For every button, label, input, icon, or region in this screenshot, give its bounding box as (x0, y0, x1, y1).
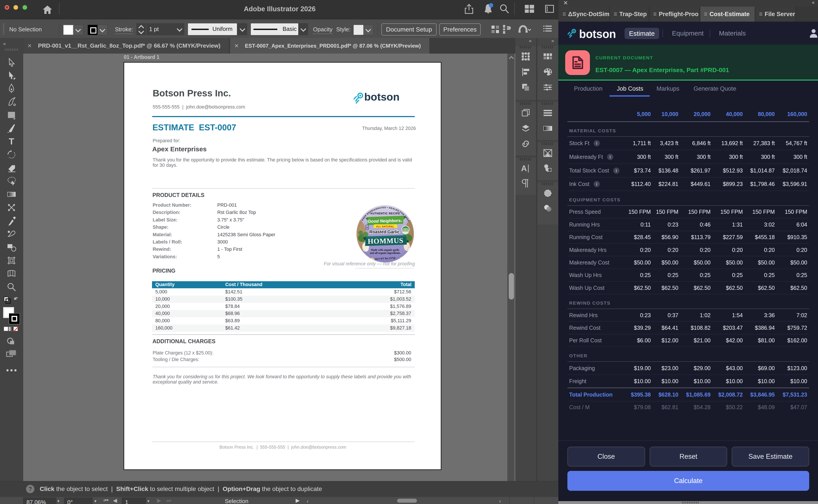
svg-text:M: M (366, 226, 368, 229)
svg-text:and all organic ingredients.: and all organic ingredients. (370, 251, 401, 255)
svg-text:Made with organic garlic: Made with organic garlic (371, 248, 400, 251)
svg-text:HOMMUS: HOMMUS (368, 236, 403, 245)
svg-text:Roasted Garlic: Roasted Garlic (369, 229, 400, 234)
svg-text:A: A (521, 164, 527, 173)
svg-text:ALL NATURAL: ALL NATURAL (376, 225, 394, 228)
svg-text:botson: botson (364, 91, 400, 103)
svg-text:USDA: USDA (403, 228, 408, 230)
svg-text:ORGANIC: ORGANIC (402, 230, 409, 232)
svg-text:Good Neighbors®: Good Neighbors® (368, 218, 402, 224)
svg-text:AUTHENTIC RECIPE: AUTHENTIC RECIPE (370, 212, 400, 215)
svg-text:T: T (9, 137, 14, 146)
